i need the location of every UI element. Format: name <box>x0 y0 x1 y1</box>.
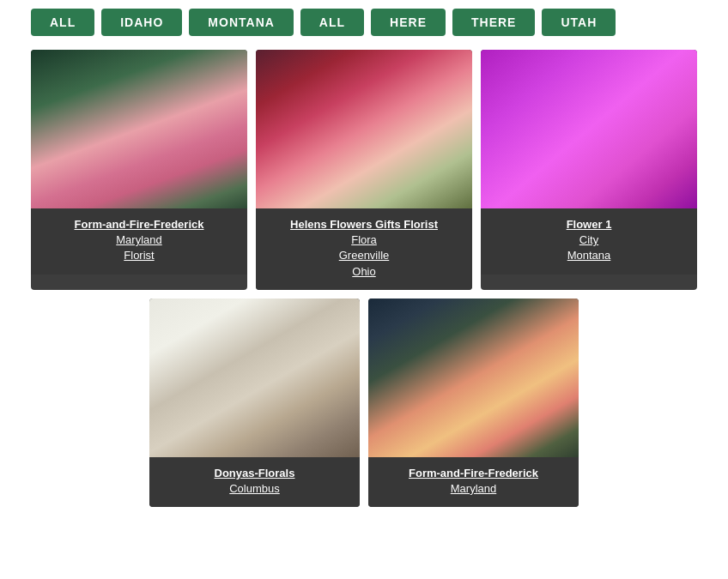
card-image-4 <box>149 299 360 457</box>
florist-card-3[interactable]: Flower 1 City Montana <box>481 50 697 290</box>
cards-row-1: Form-and-Fire-Frederick Maryland Florist… <box>31 50 697 290</box>
florist-card-1[interactable]: Form-and-Fire-Frederick Maryland Florist <box>31 50 247 290</box>
filter-buttons: ALL IDAHO MONTANA ALL HERE THERE UTAH <box>0 0 728 36</box>
florist-name-1: Form-and-Fire-Frederick <box>38 217 240 232</box>
filter-all-btn[interactable]: ALL <box>31 9 94 36</box>
cards-section: Form-and-Fire-Frederick Maryland Florist… <box>0 36 728 507</box>
florist-state-3: Montana <box>488 248 690 263</box>
florist-name-5: Form-and-Fire-Frederick <box>375 466 572 481</box>
filter-there-btn[interactable]: THERE <box>452 9 535 36</box>
florist-state-2: Ohio <box>263 264 465 280</box>
card-image-5 <box>368 299 579 457</box>
filter-here-btn[interactable]: HERE <box>371 9 446 36</box>
cards-row-2: Donyas-Florals Columbus Form-and-Fire-Fr… <box>31 299 697 507</box>
florist-name-4: Donyas-Florals <box>156 466 353 481</box>
florist-card-5[interactable]: Form-and-Fire-Frederick Maryland <box>368 299 579 507</box>
card-label-5: Form-and-Fire-Frederick Maryland <box>368 457 579 507</box>
florist-city-2: Flora <box>263 232 465 248</box>
florist-city2-2: Greenville <box>263 248 465 263</box>
card-label-3: Flower 1 City Montana <box>481 208 697 274</box>
filter-montana-btn[interactable]: MONTANA <box>189 9 294 36</box>
card-image-3 <box>481 50 697 208</box>
florist-card-2[interactable]: Helens Flowers Gifts Florist Flora Green… <box>256 50 472 290</box>
florist-city-3: City <box>488 232 690 248</box>
filter-idaho-btn[interactable]: IDAHO <box>101 9 182 36</box>
card-label-1: Form-and-Fire-Frederick Maryland Florist <box>31 208 247 274</box>
florist-city-4: Columbus <box>156 481 353 497</box>
florist-card-4[interactable]: Donyas-Florals Columbus <box>149 299 360 507</box>
card-label-2: Helens Flowers Gifts Florist Flora Green… <box>256 208 472 290</box>
florist-city-1: Maryland <box>38 232 240 248</box>
florist-state-1: Florist <box>38 248 240 263</box>
florist-name-3: Flower 1 <box>488 217 690 232</box>
filter-utah-btn[interactable]: UTAH <box>542 9 616 36</box>
florist-name-2: Helens Flowers Gifts Florist <box>263 217 465 232</box>
card-label-4: Donyas-Florals Columbus <box>149 457 360 507</box>
card-image-2 <box>256 50 472 208</box>
filter-all2-btn[interactable]: ALL <box>300 9 364 36</box>
card-image-1 <box>31 50 247 208</box>
florist-city-5: Maryland <box>375 481 572 497</box>
